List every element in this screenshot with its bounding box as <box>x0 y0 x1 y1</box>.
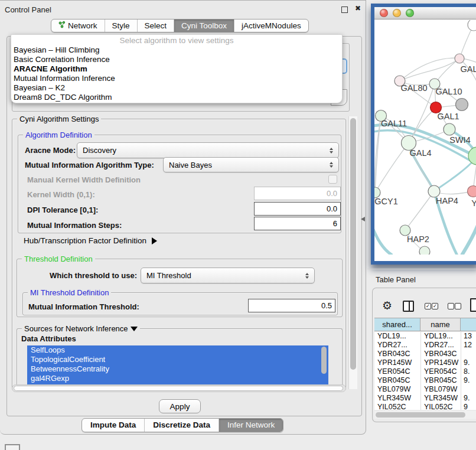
checked-checkbox-icon[interactable]: ✓ <box>432 303 438 309</box>
table-row[interactable]: YDL19...YDL19...13 <box>374 332 476 341</box>
unchecked-checkbox-icon[interactable] <box>448 303 454 309</box>
attribute-item-selected[interactable]: BetweennessCentrality <box>27 364 328 374</box>
minimize-traffic-light[interactable] <box>393 9 401 17</box>
unchecked-checkbox-icon[interactable] <box>455 303 461 309</box>
dpi-tolerance-input[interactable]: 0.0 <box>254 202 341 216</box>
network-node-bottom-partial[interactable] <box>419 246 430 255</box>
table-horizontal-scrollbar[interactable] <box>374 411 476 419</box>
dropdown-item[interactable]: Mutual Information Inference <box>14 74 115 83</box>
attribute-item-selected[interactable]: gal4RGexp <box>27 374 328 383</box>
network-node-gal-top[interactable] <box>455 54 464 63</box>
network-edge[interactable] <box>462 224 476 255</box>
network-edge[interactable] <box>374 224 392 255</box>
network-node-gal1[interactable] <box>444 123 455 135</box>
network-window-titlebar[interactable] <box>374 7 476 19</box>
network-node-label: Y <box>471 198 476 208</box>
which-threshold-select[interactable]: MI Threshold <box>141 268 315 283</box>
panel-divider <box>367 269 476 269</box>
network-node-label: GAL4 <box>409 148 431 158</box>
tab-style[interactable]: Style <box>105 19 137 32</box>
mi-type-select[interactable]: Naive Bayes <box>163 157 339 172</box>
tab-impute-data[interactable]: Impute Data <box>82 419 144 432</box>
network-edge[interactable] <box>434 157 476 191</box>
attribute-item-selected[interactable]: TopologicalCoefficient <box>27 355 328 364</box>
table-row[interactable]: YER054CYER054C8. <box>374 367 476 376</box>
network-node-pink-right[interactable] <box>468 186 476 197</box>
dropdown-placeholder: Select algorithm to view settings <box>11 36 342 45</box>
table-header-shared-name[interactable]: shared... <box>374 318 420 331</box>
hub-definition-label: Hub/Transcription Factor Definition <box>24 236 146 245</box>
tab-cyni-toolbox[interactable]: Cyni Toolbox <box>174 19 234 32</box>
table-header-col3[interactable] <box>461 318 476 331</box>
mi-threshold-input[interactable]: 0.5 <box>248 299 335 312</box>
table-row[interactable]: YBR043CYBR043C <box>374 350 476 358</box>
kernel-width-label: Kernel Width (0,1): <box>27 190 95 199</box>
table-panel-title: Table Panel <box>376 275 416 284</box>
table-header-name[interactable]: name <box>420 318 461 331</box>
close-traffic-light[interactable] <box>380 9 388 17</box>
network-node-label: GAL <box>460 64 476 74</box>
control-panel-title: Control Panel <box>5 5 51 14</box>
network-canvas-svg: GALGAL80GAL10GAL1GAL11GAL4SWI4GCY1HAP4YH… <box>374 20 476 255</box>
network-node-swi4[interactable] <box>468 147 476 165</box>
network-node-label: GAL80 <box>400 83 427 93</box>
split-columns-icon[interactable] <box>403 301 414 312</box>
float-window-icon[interactable] <box>341 6 348 13</box>
network-node-partial-top[interactable] <box>468 20 476 31</box>
network-edge[interactable] <box>375 143 409 193</box>
mi-threshold-label: Mutual Information Threshold: <box>28 302 139 311</box>
aracne-mode-label: Aracne Mode: <box>25 146 76 155</box>
mi-steps-input[interactable]: 6 <box>254 217 341 230</box>
cyni-settings-title: Cyni Algorithm Settings <box>17 115 101 123</box>
dropdown-item[interactable]: Basic Correlation Inference <box>14 55 110 64</box>
manual-kernel-checkbox[interactable] <box>328 175 337 184</box>
zoom-traffic-light[interactable] <box>406 9 414 17</box>
kernel-width-input[interactable]: 0.0 <box>254 187 341 200</box>
tab-jactivemnodules[interactable]: jActiveMNodules <box>234 19 308 32</box>
network-node-hap4[interactable] <box>428 185 440 197</box>
control-panel-tabbar: Network Style Select Cyni Toolbox jActiv… <box>51 19 309 32</box>
combo-spinner-icon <box>302 273 312 279</box>
dropdown-item[interactable]: Bayesian – Hill Climbing <box>14 45 100 55</box>
network-edge[interactable] <box>405 191 434 230</box>
gear-icon[interactable]: ⚙ <box>382 299 392 312</box>
aracne-mode-select[interactable]: Discovery <box>77 142 339 158</box>
network-node-label: SWI4 <box>449 135 470 145</box>
dropdown-item-selected[interactable]: ARACNE Algorithm <box>14 64 87 74</box>
combo-spinner-icon <box>327 148 336 154</box>
tab-infer-network[interactable]: Infer Network <box>219 419 283 432</box>
attribute-list-scrollbar[interactable] <box>321 347 327 374</box>
mi-threshold-title: MI Threshold Definition <box>28 288 111 297</box>
close-window-icon[interactable]: ✖ <box>355 4 361 12</box>
dropdown-item[interactable]: Dream8 DC_TDC Algorithm <box>14 93 112 102</box>
sources-title-wrap[interactable]: Sources for Network Inference <box>22 324 140 333</box>
network-view-window: GALGAL80GAL10GAL1GAL11GAL4SWI4GCY1HAP4YH… <box>371 4 476 265</box>
mi-type-label: Mutual Information Algorithm Type: <box>25 161 154 169</box>
checked-checkbox-icon[interactable]: ✓ <box>425 303 431 309</box>
tab-discretize-data[interactable]: Discretize Data <box>144 419 219 432</box>
table-row[interactable]: YPR145WYPR145W9. <box>374 358 476 367</box>
apply-button[interactable]: Apply <box>159 399 201 413</box>
hub-definition-toggle[interactable]: Hub/Transcription Factor Definition <box>24 236 157 245</box>
settings-vertical-scrollbar[interactable] <box>348 116 357 389</box>
network-edge[interactable] <box>400 58 459 81</box>
settings-horizontal-scrollbar[interactable] <box>12 384 346 392</box>
network-node-label: HAP4 <box>436 196 458 206</box>
network-node-gray-node[interactable] <box>456 99 468 111</box>
table-row[interactable]: YBR045CYBR045C9. <box>374 376 476 385</box>
tab-network[interactable]: Network <box>51 19 105 32</box>
attribute-item-selected[interactable]: SelfLoops <box>27 345 328 355</box>
network-node-label: GAL10 <box>435 87 462 96</box>
tab-network-label: Network <box>68 19 97 32</box>
table-row[interactable]: YBL079WYBL079W <box>374 385 476 394</box>
which-threshold-label: Which threshold to use: <box>50 271 137 280</box>
table-row[interactable]: YDR27...YDR27...12 <box>374 341 476 350</box>
network-canvas[interactable]: GALGAL80GAL10GAL1GAL11GAL4SWI4GCY1HAP4YH… <box>374 20 476 255</box>
dropdown-item[interactable]: Bayesian – K2 <box>14 83 65 93</box>
combo-spinner-icon <box>327 162 336 168</box>
table-row[interactable]: YIL052CYIL052C9 <box>374 403 476 410</box>
mouse-cursor <box>361 217 365 221</box>
file-icon[interactable] <box>470 298 476 312</box>
tab-select[interactable]: Select <box>137 19 174 32</box>
table-row[interactable]: YLR345WYLR345W9. <box>374 394 476 403</box>
